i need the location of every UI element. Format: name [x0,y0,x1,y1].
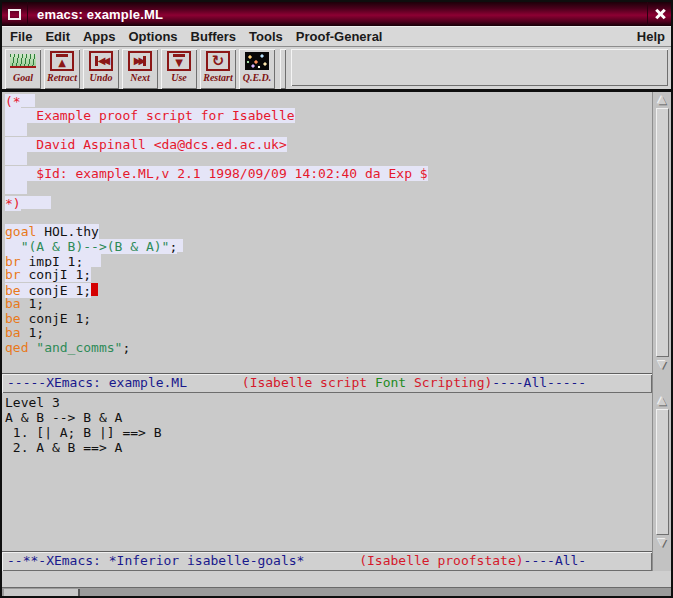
xemacs-window: emacs: example.ML File Edit Apps Options… [0,0,673,598]
goals-buffer[interactable]: Level 3A & B --> B & A 1. [| A; B |] ==>… [2,393,652,551]
modeline-segment: (Isabelle script [242,375,375,390]
use-insert-down-icon: ▼ [167,51,191,71]
script-line [5,210,652,225]
toolbar-filler [291,49,668,86]
retract-button-label: Retract [47,72,77,83]
script-line: Example proof script for Isabelle [5,109,652,124]
menu-buffers[interactable]: Buffers [191,29,237,44]
modeline-segment: ----All----- [492,375,586,390]
undo-rewind-icon: ◀◀ [89,51,113,71]
script-line [5,152,652,167]
scroll-down-icon[interactable]: ▼ [658,358,666,372]
scroll-up-icon[interactable]: ▲ [658,394,666,408]
close-button[interactable] [647,2,671,26]
restart-cycle-icon: ↻ [206,51,230,71]
script-line: be conjE 1; [5,283,652,298]
script-line: ba 1; [5,297,652,312]
script-line [5,181,652,196]
goal-button-label: Goal [13,72,33,83]
menu-tools[interactable]: Tools [249,29,283,44]
close-icon [654,8,666,20]
scroll-up-icon[interactable]: ▲ [658,93,666,107]
text-cursor [91,283,98,296]
script-scrollbar[interactable]: ▲ ▼ [652,92,671,373]
toolbar: Goal ▲ Retract ◀◀ Undo ▶▶ Next ▼ Use [2,47,671,92]
qed-button-label: Q.E.D. [243,72,272,83]
modeline-segment: (Isabelle proofstate) [359,553,523,568]
script-modeline: -----XEmacs: example.ML (Isabelle script… [2,373,652,393]
script-line: be conjE 1; [5,312,652,327]
goals-line: A & B --> B & A [5,410,652,425]
script-line: br impI 1; [5,254,652,269]
minibuffer[interactable] [2,571,671,587]
menu-apps[interactable]: Apps [83,29,116,44]
script-line: (* [5,94,652,109]
qed-button[interactable]: Q.E.D. [239,49,275,89]
horizontal-scrollbar[interactable] [2,587,671,596]
goal-script-icon [11,51,35,71]
script-line: goal HOL.thy [5,225,652,240]
restart-button[interactable]: ↻ Restart [200,49,236,89]
modeline-segment: ----All- [524,553,587,568]
restart-button-label: Restart [203,72,232,83]
script-line: David Aspinall <da@dcs.ed.ac.uk> [5,138,652,153]
script-scrollbar-thumb[interactable] [656,108,669,357]
next-button-label: Next [130,72,149,83]
window-title: emacs: example.ML [28,2,647,26]
modeline-gap [652,551,671,571]
script-line: br conjI 1; [5,268,652,283]
goal-button[interactable]: Goal [5,49,41,89]
menubar: File Edit Apps Options Buffers Tools Pro… [2,26,671,47]
qed-fireworks-icon [245,51,269,71]
script-line: *) [5,196,652,211]
modeline-segment: -----XEmacs: example.ML [7,375,242,390]
script-line: qed "and_comms"; [5,341,652,356]
menu-options[interactable]: Options [128,29,177,44]
menu-proof-general[interactable]: Proof-General [296,29,383,44]
script-line: $Id: example.ML,v 2.1 1998/09/09 14:02:4… [5,167,652,182]
modeline-segment: --**-XEmacs: *Inferior isabelle-goals* [7,553,359,568]
scroll-down-icon[interactable]: ▼ [658,536,666,550]
use-button-label: Use [171,72,187,83]
goals-line: 2. A & B ==> A [5,440,652,455]
goals-line: 1. [| A; B |] ==> B [5,425,652,440]
next-fastforward-icon: ▶▶ [128,51,152,71]
script-line [5,123,652,138]
next-button[interactable]: ▶▶ Next [122,49,158,89]
menu-help[interactable]: Help [637,29,665,44]
script-buffer[interactable]: (* Example proof script for Isabelle Dav… [2,92,652,373]
retract-button[interactable]: ▲ Retract [44,49,80,89]
horizontal-scrollbar-thumb[interactable] [4,589,80,596]
goals-modeline: --**-XEmacs: *Inferior isabelle-goals* (… [2,551,652,571]
script-line: ba 1; [5,326,652,341]
undo-button-label: Undo [90,72,113,83]
undo-button[interactable]: ◀◀ Undo [83,49,119,89]
goals-scrollbar-thumb[interactable] [656,409,669,535]
modeline-segment: Scripting) [406,375,492,390]
toolbar-separator [280,49,286,89]
script-line: "(A & B)-->(B & A)"; [5,239,652,254]
modeline-gap [652,373,671,393]
window-menu-button[interactable] [2,2,28,26]
retract-eject-up-icon: ▲ [50,51,74,71]
goals-line: Level 3 [5,395,652,410]
menu-file[interactable]: File [10,29,32,44]
window-menu-icon [8,9,21,20]
menu-edit[interactable]: Edit [45,29,70,44]
modeline-segment: Font [375,375,406,390]
use-button[interactable]: ▼ Use [161,49,197,89]
titlebar[interactable]: emacs: example.ML [2,2,671,26]
goals-scrollbar[interactable]: ▲ ▼ [652,393,671,551]
